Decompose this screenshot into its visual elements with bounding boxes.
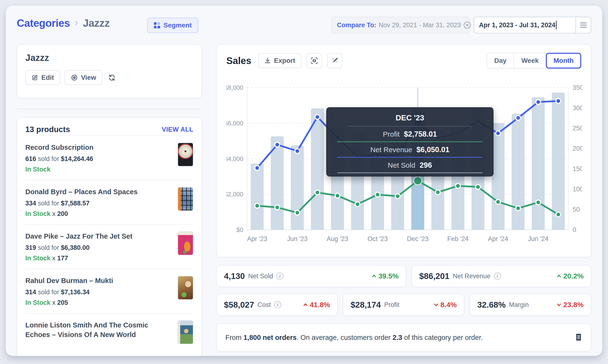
sales-title: Sales <box>226 55 251 66</box>
product-thumbnail <box>178 187 193 211</box>
product-title: Lonnie Liston Smith And The Cosmic Echoe… <box>25 320 172 339</box>
product-price: $14,264.46 <box>61 155 93 162</box>
segment-button[interactable]: Segment <box>147 18 198 33</box>
stock-qty: 200 <box>57 210 68 217</box>
svg-text:250: 250 <box>573 125 582 132</box>
category-title: Jazzz <box>25 53 193 63</box>
svg-text:Apr '23: Apr '23 <box>247 235 267 242</box>
page: Categories › Jazzz Segment Compare To: N… <box>6 6 602 356</box>
date-presets-menu-button[interactable] <box>576 17 591 33</box>
granularity-switcher: Day Week Month <box>487 53 581 68</box>
trend-chevron-icon <box>556 274 562 278</box>
svg-text:100: 100 <box>573 186 582 193</box>
magic-wand-icon <box>331 57 339 65</box>
tab-week[interactable]: Week <box>514 53 546 68</box>
product-row[interactable]: Rahul Dev Burman – Mukti 314 sold for $7… <box>25 269 193 313</box>
trend-percent: 23.8% <box>563 301 584 309</box>
product-qty: 334 <box>25 200 36 207</box>
svg-text:150: 150 <box>573 165 582 172</box>
trend-chevron-icon <box>371 274 377 278</box>
svg-text:$0: $0 <box>236 226 243 233</box>
export-button[interactable]: Export <box>258 53 302 68</box>
product-price: $7,588.57 <box>61 200 90 207</box>
product-title: Record Subscription <box>25 143 172 152</box>
stock-badge: In Stock <box>25 210 51 217</box>
stock-qty: 205 <box>57 299 68 306</box>
product-row[interactable]: Donald Byrd – Places And Spaces 334 sold… <box>25 180 193 224</box>
breadcrumb-categories-link[interactable]: Categories <box>17 17 70 29</box>
product-title: Dave Pike – Jazz For The Jet Set <box>25 232 172 241</box>
stat-card-profit: $28,174 Profit i 8.4% <box>343 294 464 316</box>
product-title: Donald Byrd – Places And Spaces <box>25 187 172 196</box>
stock-badge: In Stock <box>25 166 51 173</box>
receipt-button[interactable] <box>575 333 582 341</box>
left-column-divider <box>17 109 202 109</box>
tab-month[interactable]: Month <box>546 53 581 68</box>
trend-chevron-icon <box>556 302 562 307</box>
svg-text:350: 350 <box>573 84 582 91</box>
view-all-link[interactable]: VIEW ALL <box>162 126 193 133</box>
stat-value: $58,027 <box>224 300 254 310</box>
product-thumbnail <box>178 232 193 255</box>
product-thumbnail <box>178 320 193 344</box>
stat-value: 4,130 <box>224 271 245 281</box>
edit-button-label: Edit <box>41 74 54 81</box>
magic-wand-button[interactable] <box>327 53 343 68</box>
compare-to-value: Nov 29, 2021 - Mar 31, 2023 <box>379 22 461 29</box>
stat-card-net-revenue: $86,201 Net Revenue i 20.2% <box>411 265 591 287</box>
product-price: $7,136.34 <box>61 288 90 296</box>
stat-card-cost: $58,027 Cost i 41.8% <box>216 294 338 316</box>
info-icon[interactable]: i <box>274 301 281 308</box>
stat-label: Net Revenue <box>453 273 491 280</box>
svg-text:300: 300 <box>573 104 582 112</box>
remove-compare-icon[interactable] <box>463 21 471 29</box>
product-thumbnail <box>178 276 193 300</box>
edit-button[interactable]: Edit <box>25 70 60 85</box>
product-price: $6,380.00 <box>61 244 90 251</box>
stock-badge: In Stock <box>25 299 51 306</box>
date-range-group: Apr 1, 2023 - Jul 31, 2024 <box>474 17 591 33</box>
products-card: 13 products VIEW ALL Record Subscription… <box>17 117 202 356</box>
orders-note-card: From 1,800 net orders. On average, custo… <box>216 323 591 351</box>
stat-label: Cost <box>258 301 271 309</box>
product-thumbnail <box>178 143 193 167</box>
sales-header: Sales Export <box>226 53 581 68</box>
product-qty: 616 <box>25 155 36 162</box>
receipt-icon <box>575 333 582 341</box>
sales-chart[interactable]: $0$2,000$4,000$6,000$8,00005010015020025… <box>226 72 582 250</box>
svg-text:$2,000: $2,000 <box>226 191 243 198</box>
svg-text:$8,000: $8,000 <box>226 84 243 91</box>
screenshot-button[interactable] <box>307 53 322 68</box>
svg-text:0: 0 <box>573 226 576 233</box>
svg-text:$6,000: $6,000 <box>226 120 243 127</box>
hamburger-icon <box>580 21 587 29</box>
product-row[interactable]: Lonnie Liston Smith And The Cosmic Echoe… <box>25 313 193 350</box>
trend-percent: 8.4% <box>440 301 457 309</box>
stat-card-net-sold: 4,130 Net Sold i 39.5% <box>216 265 406 287</box>
sales-card: Sales Export <box>216 44 591 257</box>
stat-value: $28,174 <box>351 300 381 310</box>
product-qty: 319 <box>25 244 36 251</box>
product-row[interactable]: Dave Pike – Jazz For The Jet Set 319 sol… <box>25 224 193 269</box>
compare-to-pill[interactable]: Compare To: Nov 29, 2021 - Mar 31, 2023 <box>331 17 470 33</box>
trend-percent: 20.2% <box>563 272 584 280</box>
sales-chart-area[interactable]: $0$2,000$4,000$6,000$8,00005010015020025… <box>226 72 581 250</box>
stat-label: Net Sold <box>248 273 273 280</box>
refresh-button[interactable] <box>106 74 117 81</box>
view-button[interactable]: View <box>65 70 102 85</box>
breadcrumb-current: Jazzz <box>83 17 109 29</box>
segment-button-label: Segment <box>163 22 192 29</box>
stat-card-margin: 32.68% Margin i 23.8% <box>470 294 591 316</box>
date-range-input[interactable]: Apr 1, 2023 - Jul 31, 2024 <box>474 17 576 33</box>
svg-text:Jun '24: Jun '24 <box>528 235 548 242</box>
orders-note-text: From 1,800 net orders. On average, custo… <box>225 334 483 341</box>
category-actions: Edit View <box>25 70 193 85</box>
stat-value: 32.68% <box>477 300 506 310</box>
info-icon[interactable]: i <box>276 273 283 280</box>
info-icon[interactable]: i <box>494 273 501 280</box>
product-row[interactable]: Record Subscription 616 sold for $14,264… <box>25 135 193 180</box>
products-header: 13 products VIEW ALL <box>25 125 193 134</box>
svg-text:200: 200 <box>573 145 582 152</box>
product-title: Rahul Dev Burman – Mukti <box>25 276 172 286</box>
tab-day[interactable]: Day <box>487 53 514 68</box>
